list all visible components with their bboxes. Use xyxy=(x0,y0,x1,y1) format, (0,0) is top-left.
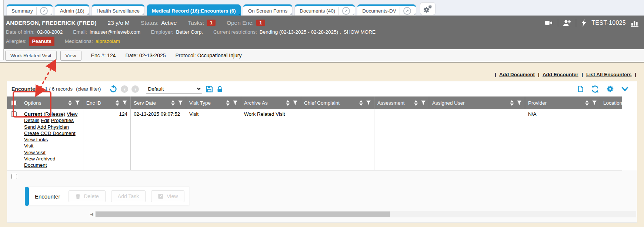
add-encounter-link[interactable]: Add Encounter xyxy=(543,72,578,77)
tasks-count-badge[interactable]: 1 xyxy=(207,20,216,26)
view-encounter-button[interactable]: View xyxy=(151,190,184,202)
column-header-location[interactable]: Location xyxy=(600,96,625,109)
sort-icon[interactable] xyxy=(286,100,290,106)
external-link-icon xyxy=(403,7,411,15)
medication-value[interactable]: alprazolam xyxy=(96,37,120,46)
refresh-icon[interactable] xyxy=(591,85,599,93)
video-camera-icon[interactable] xyxy=(545,20,553,26)
option-view-link[interactable]: View xyxy=(67,111,77,117)
horizontal-scrollbar: ◀ xyxy=(89,211,636,217)
filter-icon[interactable] xyxy=(366,100,371,105)
column-header-chief-complaint[interactable]: Chief Complaint xyxy=(301,96,374,109)
grid-record-count: 1 / 6 records xyxy=(45,86,73,92)
open-enc-count-badge[interactable]: 1 xyxy=(256,20,265,26)
column-header-assessment[interactable]: Assessment xyxy=(374,96,429,109)
tab-health-surveillance[interactable]: Health Surveillance xyxy=(92,4,144,16)
option-create-ccd-link[interactable]: Create CCD Document xyxy=(24,131,76,136)
option-edit-link[interactable]: Edit xyxy=(41,118,49,123)
assigned-user-cell xyxy=(429,109,525,170)
sort-icon[interactable] xyxy=(414,100,418,106)
sort-icon[interactable] xyxy=(359,100,363,106)
sort-icon[interactable] xyxy=(116,100,119,106)
column-header-provider[interactable]: Provider xyxy=(525,96,600,109)
filter-icon[interactable] xyxy=(233,100,238,105)
tab-documents-dv[interactable]: Documents-DV xyxy=(357,4,416,16)
tab-settings-button[interactable] xyxy=(420,3,435,15)
column-label: Enc ID xyxy=(86,100,101,106)
collapse-chevron-icon[interactable] xyxy=(621,86,629,92)
grid-settings-gear-icon[interactable] xyxy=(606,85,614,93)
list-all-encounters-link[interactable]: List All Encounters xyxy=(586,72,632,77)
show-more-link[interactable]: SHOW MORE xyxy=(344,28,376,37)
select-all-checkbox[interactable] xyxy=(11,100,17,106)
option-view-visit-link[interactable]: View Visit xyxy=(24,150,46,155)
row-checkbox[interactable] xyxy=(11,111,17,117)
tab-summary[interactable]: Summary xyxy=(7,4,53,16)
prev-page-button[interactable]: ‹ xyxy=(121,85,128,93)
saved-view-select[interactable]: Default xyxy=(146,84,202,94)
new-document-icon[interactable] xyxy=(577,85,584,93)
scrollbar-thumb[interactable] xyxy=(96,211,390,217)
option-properties-link[interactable]: Properties xyxy=(51,118,74,123)
tab-label: Health Surveillance xyxy=(97,8,140,14)
sort-icon[interactable] xyxy=(171,100,175,106)
clear-filter-link[interactable]: (clear filter) xyxy=(76,86,101,92)
column-header-serv-date[interactable]: Serv Date xyxy=(131,96,186,109)
column-header-assigned-user[interactable]: Assigned User xyxy=(429,96,525,109)
undo-icon[interactable] xyxy=(109,85,117,93)
option-visit-link[interactable]: Visit xyxy=(24,143,33,149)
encounter-actions-panel: Encounter Delete Add Task View xyxy=(26,187,189,206)
footer-checkbox[interactable] xyxy=(11,174,17,179)
filter-icon[interactable] xyxy=(293,100,298,105)
actions-panel-label: Encounter xyxy=(35,193,60,200)
filter-icon[interactable] xyxy=(421,100,426,105)
option-release-link[interactable]: (Release) xyxy=(44,111,66,117)
sort-icon[interactable] xyxy=(226,100,230,106)
column-header-visit-type[interactable]: Visit Type xyxy=(186,96,241,109)
tab-admin[interactable]: Admin (18) xyxy=(55,4,89,16)
tab-documents-external[interactable] xyxy=(338,7,350,15)
add-person-icon[interactable] xyxy=(563,19,571,27)
filter-icon[interactable] xyxy=(592,100,597,105)
option-add-physician-link[interactable]: Add Physician xyxy=(37,124,69,130)
restrictions-value: Bending (02-13-2025 - 02-28-2025) , xyxy=(260,28,341,37)
option-current-link[interactable]: Current xyxy=(24,111,42,117)
employer-value: Better Corp. xyxy=(176,28,203,37)
sort-icon[interactable] xyxy=(585,100,589,106)
filter-icon[interactable] xyxy=(75,100,80,105)
allergy-badge[interactable]: Peanuts xyxy=(29,37,55,46)
lightning-icon[interactable] xyxy=(581,19,587,27)
tab-documents-dv-external[interactable] xyxy=(400,7,411,15)
column-header-archive-as[interactable]: Archive As xyxy=(241,96,301,109)
filter-icon[interactable] xyxy=(122,100,127,105)
enc-number-label: Enc #: xyxy=(91,52,106,58)
option-view-archived-link[interactable]: View Archived Document xyxy=(24,156,56,168)
add-task-button[interactable]: Add Task xyxy=(111,190,146,202)
encounters-grid-panel: Encounters, 1 / 6 records (clear filter)… xyxy=(7,81,637,223)
tab-on-screen-forms[interactable]: On Screen Forms xyxy=(243,4,293,16)
option-details-link[interactable]: Details xyxy=(24,118,39,123)
sort-icon[interactable] xyxy=(68,100,72,106)
column-header-enc-id[interactable]: Enc ID xyxy=(83,96,131,109)
view-button[interactable]: View xyxy=(60,51,81,61)
next-page-button[interactable]: › xyxy=(131,85,139,93)
tab-documents[interactable]: Documents (40) xyxy=(295,4,355,16)
scroll-left-arrow[interactable]: ◀ xyxy=(89,211,95,217)
option-view-links-link[interactable]: View Links xyxy=(24,137,48,142)
lock-icon[interactable] xyxy=(216,85,223,93)
chart-icon[interactable] xyxy=(631,19,639,27)
add-document-link[interactable]: Add Document xyxy=(499,72,535,77)
delete-button[interactable]: Delete xyxy=(69,190,105,202)
top-links: | Add Document | Add Encounter | List Al… xyxy=(0,62,644,79)
filter-icon[interactable] xyxy=(178,100,183,105)
tab-summary-external[interactable] xyxy=(36,7,48,15)
sort-icon[interactable] xyxy=(510,100,514,106)
tab-medical-record-encounters[interactable]: Medical Record (16):Encounters (6) xyxy=(147,4,241,16)
grid-toolbar: Encounters, 1 / 6 records (clear filter)… xyxy=(7,81,637,96)
filter-icon[interactable] xyxy=(517,100,522,105)
column-header-options[interactable]: Options xyxy=(21,96,83,109)
save-view-icon[interactable] xyxy=(206,85,213,93)
scrollbar-track[interactable] xyxy=(95,211,636,217)
work-related-visit-button[interactable]: Work Related Visit xyxy=(5,51,57,61)
option-send-link[interactable]: Send xyxy=(24,124,36,130)
